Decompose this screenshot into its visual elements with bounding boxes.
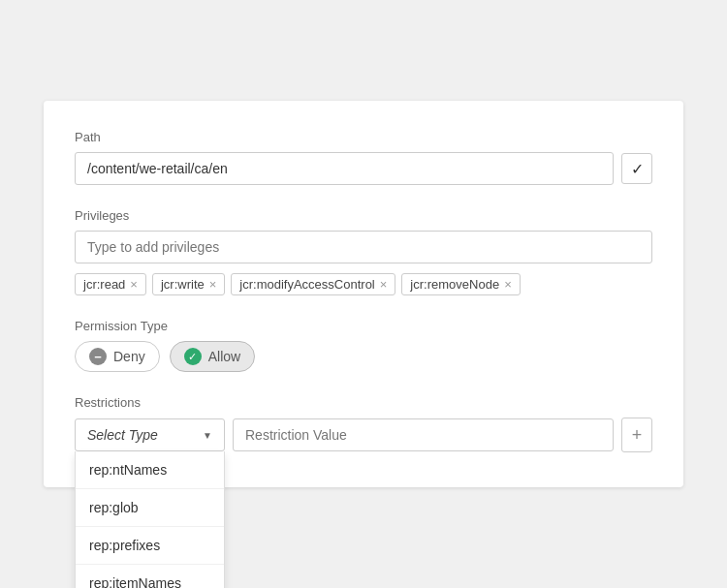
- dropdown-item-glob[interactable]: rep:glob: [76, 489, 224, 527]
- tags-row: jcr:read × jcr:write × jcr:modifyAccessC…: [75, 273, 652, 295]
- chevron-down-icon: ▼: [203, 430, 212, 441]
- tag-read-remove[interactable]: ×: [130, 278, 138, 291]
- path-checkbox[interactable]: ✓: [621, 153, 652, 184]
- path-label: Path: [75, 130, 652, 144]
- select-type-button[interactable]: Select Type ▼: [75, 418, 225, 451]
- path-input[interactable]: [75, 152, 614, 185]
- main-card: Path ✓ Privileges jcr:read × jcr:write ×…: [44, 101, 683, 487]
- tag-write: jcr:write ×: [152, 273, 225, 295]
- privileges-input[interactable]: [75, 231, 652, 263]
- tag-write-remove[interactable]: ×: [209, 278, 217, 291]
- permission-section: Permission Type − Deny ✓ Allow: [75, 319, 652, 372]
- allow-label: Allow: [208, 349, 240, 364]
- tag-read-label: jcr:read: [83, 277, 125, 292]
- add-restriction-button[interactable]: +: [621, 418, 652, 452]
- path-row: ✓: [75, 152, 652, 185]
- restrictions-row: Select Type ▼ rep:ntNames rep:glob rep:p…: [75, 418, 652, 452]
- privileges-section: Privileges jcr:read × jcr:write × jcr:mo…: [75, 208, 652, 295]
- tag-remove-node-label: jcr:removeNode: [410, 277, 499, 292]
- tag-remove-node: jcr:removeNode ×: [401, 273, 520, 295]
- deny-button[interactable]: − Deny: [75, 341, 160, 372]
- select-type-label: Select Type: [87, 427, 158, 443]
- dropdown-item-prefixes[interactable]: rep:prefixes: [76, 527, 224, 565]
- restrictions-label: Restrictions: [75, 395, 652, 410]
- permission-row: − Deny ✓ Allow: [75, 341, 652, 372]
- select-type-wrapper: Select Type ▼ rep:ntNames rep:glob rep:p…: [75, 418, 225, 451]
- add-icon: +: [632, 425, 643, 446]
- dropdown-menu: rep:ntNames rep:glob rep:prefixes rep:it…: [75, 451, 225, 588]
- deny-icon: −: [89, 348, 107, 365]
- privileges-label: Privileges: [75, 208, 652, 223]
- dropdown-item-itemnames[interactable]: rep:itemNames: [76, 565, 224, 588]
- path-section: Path ✓: [75, 130, 652, 185]
- checkmark-icon: ✓: [631, 160, 644, 178]
- restriction-value-input[interactable]: [233, 418, 614, 451]
- allow-button[interactable]: ✓ Allow: [170, 341, 255, 372]
- tag-modify-remove[interactable]: ×: [380, 278, 388, 291]
- tag-write-label: jcr:write: [161, 277, 205, 292]
- restrictions-section: Restrictions Select Type ▼ rep:ntNames r…: [75, 395, 652, 452]
- tag-modify-label: jcr:modifyAccessControl: [239, 277, 374, 292]
- tag-read: jcr:read ×: [75, 273, 146, 295]
- deny-label: Deny: [113, 349, 145, 364]
- permission-label: Permission Type: [75, 319, 652, 333]
- tag-modify: jcr:modifyAccessControl ×: [231, 273, 395, 295]
- allow-icon: ✓: [184, 348, 202, 365]
- tag-remove-node-remove[interactable]: ×: [504, 278, 512, 291]
- dropdown-item-ntnames[interactable]: rep:ntNames: [76, 451, 224, 489]
